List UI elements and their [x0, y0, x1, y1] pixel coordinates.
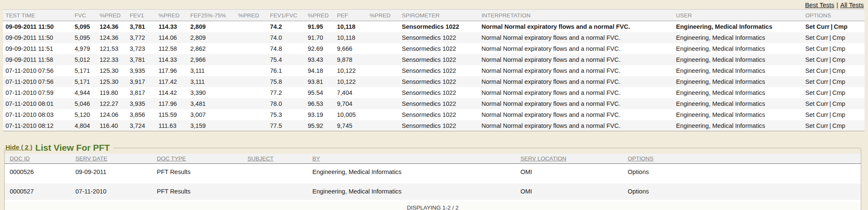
list-view-panel: Hide ( 2 )List View For PFT DOC IDSERV D…: [4, 142, 861, 210]
hide-link[interactable]: Hide ( 2 ): [6, 144, 32, 151]
results-col-user: USER: [673, 10, 803, 21]
fev1-pred-cell: 111.63: [156, 120, 188, 131]
set-curr-link[interactable]: Set Curr: [805, 45, 828, 52]
serv-date-cell: 09-09-2011: [70, 164, 152, 182]
cmp-link[interactable]: Cmp: [834, 23, 847, 30]
docs-col-doc-type[interactable]: DOC TYPE: [152, 154, 242, 164]
set-curr-link[interactable]: Set Curr: [805, 34, 828, 41]
user-cell: Engineering, Medical Informatics: [673, 98, 803, 109]
options-link[interactable]: Options: [628, 188, 649, 195]
pef-pred-cell: [367, 109, 399, 120]
cmp-link[interactable]: Cmp: [832, 122, 846, 129]
fev1-cell: 3,917: [127, 76, 156, 87]
pef-cell: 10,118: [334, 32, 367, 43]
pef-pred-cell: [367, 54, 399, 65]
fef25-75-pred-cell: [236, 98, 267, 109]
set-curr-link[interactable]: Set Curr: [805, 111, 828, 118]
interpretation-cell: Normal Normal expiratory flows and a nor…: [479, 32, 673, 43]
set-curr-link[interactable]: Set Curr: [805, 56, 828, 63]
set-curr-link[interactable]: Set Curr: [805, 23, 829, 30]
doc-type-cell: PFT Results: [152, 164, 242, 182]
spirometer-cell: Sensormedics 1022: [399, 65, 479, 76]
fev1-fvc-pred-cell: 96.53: [305, 98, 334, 109]
set-curr-link[interactable]: Set Curr: [805, 100, 828, 107]
serv-date-cell: 07-11-2010: [70, 182, 152, 201]
options-link[interactable]: Options: [628, 169, 649, 175]
user-cell: Engineering, Medical Informatics: [673, 76, 803, 87]
cmp-link[interactable]: Cmp: [832, 34, 846, 41]
results-col-test-time: TEST TIME: [3, 10, 72, 21]
fev1-cell: 3,781: [127, 54, 156, 65]
interpretation-cell: Normal Normal expiratory flows and a nor…: [479, 54, 673, 65]
pef-cell: 9,704: [334, 98, 367, 109]
cmp-link[interactable]: Cmp: [832, 89, 846, 96]
pef-cell: 9,745: [334, 120, 367, 131]
user-cell: Engineering, Medical Informatics: [673, 109, 803, 120]
fev1-pred-cell: 114.33: [156, 54, 188, 65]
fev1-fvc-pred-cell: 92.69: [305, 43, 334, 54]
docs-col-serv-location[interactable]: SERV LOCATION: [515, 154, 623, 164]
fvc-pred-cell: 124.36: [97, 32, 127, 43]
docs-col-by[interactable]: BY: [307, 154, 515, 164]
all-tests-link[interactable]: All Tests: [840, 1, 864, 8]
options-separator: |: [829, 45, 831, 52]
fev1-fvc-pred-cell: 93.43: [305, 54, 334, 65]
fef25-75-cell: 2,966: [188, 54, 236, 65]
fef25-75-cell: 3,111: [188, 76, 236, 87]
docs-col-options[interactable]: OPTIONS: [623, 154, 861, 164]
fev1-cell: 3,935: [127, 65, 156, 76]
results-header-row: TEST TIMEFVC%PREDFEV1%PREDFEF25%-75%%PRE…: [3, 10, 865, 21]
fev1-cell: 3,772: [127, 32, 156, 43]
docs-col-doc-id[interactable]: DOC ID: [5, 154, 70, 164]
view-links-bar: Best Tests|All Tests: [0, 0, 868, 9]
set-curr-link[interactable]: Set Curr: [805, 78, 828, 85]
options-cell: Set Curr|Cmp: [803, 109, 865, 120]
set-curr-link[interactable]: Set Curr: [805, 122, 828, 129]
test-time-cell: 09-09-2011 11:51: [3, 43, 72, 54]
cmp-link[interactable]: Cmp: [832, 100, 846, 107]
docs-col-subject[interactable]: SUBJECT: [242, 154, 307, 164]
docs-col-serv-date[interactable]: SERV DATE: [70, 154, 152, 164]
spirometer-cell: Sensormedics 1022: [399, 109, 479, 120]
fef25-75-cell: 3,390: [188, 87, 236, 98]
pft-test-row: 09-09-2011 11:50 5,095 124.36 3,781 114.…: [3, 21, 865, 32]
list-view-legend: Hide ( 2 )List View For PFT: [5, 142, 113, 154]
results-col-fef25-75: FEF25%-75%: [188, 10, 236, 21]
options-cell: Options: [623, 164, 861, 182]
fvc-pred-cell: 122.33: [97, 54, 127, 65]
fev1-cell: 3,781: [127, 21, 156, 32]
displaying-count-label: DISPLAYING 1-2 / 2: [5, 201, 861, 210]
interpretation-cell: Normal Normal expiratory flows and a nor…: [479, 43, 673, 54]
fev1-cell: 3,935: [127, 98, 156, 109]
test-time-cell: 07-11-2010 07:56: [3, 76, 72, 87]
options-cell: Set Curr|Cmp: [803, 76, 865, 87]
fef25-75-cell: 2,862: [188, 43, 236, 54]
fvc-pred-cell: 125.30: [97, 65, 127, 76]
best-tests-link[interactable]: Best Tests: [805, 1, 835, 8]
options-separator: |: [829, 78, 831, 85]
cmp-link[interactable]: Cmp: [832, 45, 846, 52]
cmp-link[interactable]: Cmp: [832, 78, 846, 85]
pef-cell: 9,666: [334, 43, 367, 54]
fef25-75-pred-cell: [236, 21, 267, 32]
user-cell: Engineering, Medical Informatics: [673, 87, 803, 98]
cmp-link[interactable]: Cmp: [832, 111, 846, 118]
set-curr-link[interactable]: Set Curr: [805, 67, 828, 74]
cmp-link[interactable]: Cmp: [832, 56, 846, 63]
pft-test-row: 09-09-2011 11:58 5,012 122.33 3,781 114.…: [3, 54, 865, 65]
fef25-75-pred-cell: [236, 87, 267, 98]
set-curr-link[interactable]: Set Curr: [805, 89, 828, 96]
test-time-cell: 07-11-2010 08:03: [3, 109, 72, 120]
doc-id-cell: 0000526: [5, 164, 70, 182]
test-time-cell: 09-09-2011 11:50: [3, 21, 72, 32]
documents-footer-row: DISPLAYING 1-2 / 2: [5, 201, 861, 210]
pft-test-row: 07-11-2010 08:03 5,120 124.06 3,856 115.…: [3, 109, 865, 120]
fev1-fvc-pred-cell: 91.70: [305, 32, 334, 43]
fev1-pred-cell: 117.42: [156, 76, 188, 87]
by-cell: Engineering, Medical Informatics: [307, 164, 515, 182]
fev1-fvc-cell: 75.4: [267, 54, 305, 65]
results-col-fev1: FEV1: [127, 10, 156, 21]
by-cell: Engineering, Medical Informatics: [307, 182, 515, 201]
pft-test-row: 07-11-2010 07:59 4,944 119.80 3,817 114.…: [3, 87, 865, 98]
cmp-link[interactable]: Cmp: [832, 67, 846, 74]
